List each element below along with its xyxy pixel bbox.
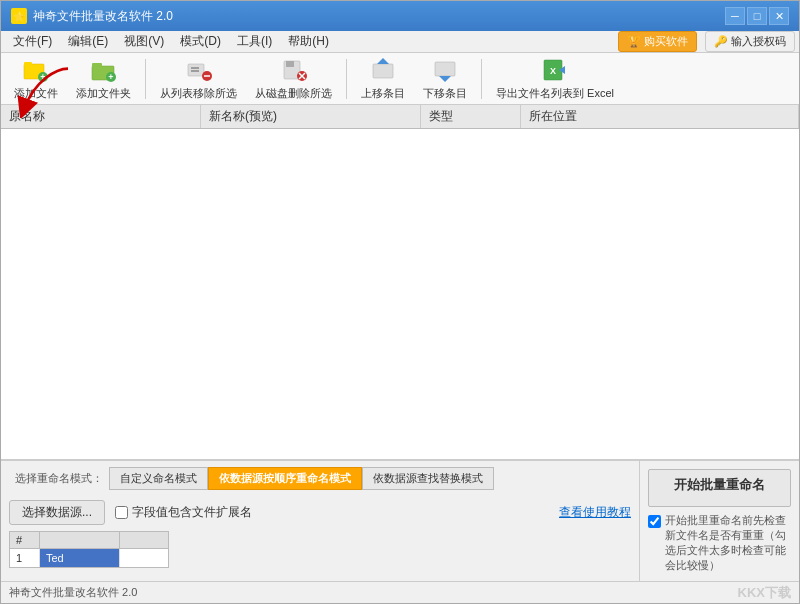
add-folder-button[interactable]: + 添加文件夹 bbox=[69, 52, 138, 105]
remove-list-button[interactable]: 从列表移除所选 bbox=[153, 52, 244, 105]
remove-list-icon bbox=[185, 56, 213, 84]
tab-datasource-order[interactable]: 依数据源按顺序重命名模式 bbox=[208, 467, 362, 490]
svg-rect-5 bbox=[92, 63, 102, 68]
move-down-icon bbox=[431, 56, 459, 84]
svg-text:X: X bbox=[550, 66, 556, 76]
trophy-icon: 🏆 bbox=[627, 35, 641, 48]
tutorial-link[interactable]: 查看使用教程 bbox=[559, 504, 631, 521]
delete-disk-label: 从磁盘删除所选 bbox=[255, 86, 332, 101]
toolbar-sep-1 bbox=[145, 59, 146, 99]
move-down-button[interactable]: 下移条目 bbox=[416, 52, 474, 105]
maximize-button[interactable]: □ bbox=[747, 7, 767, 25]
move-down-label: 下移条目 bbox=[423, 86, 467, 101]
window-controls: ─ □ ✕ bbox=[725, 7, 789, 25]
menu-file[interactable]: 文件(F) bbox=[5, 31, 60, 52]
data-cell-val-1: Ted bbox=[40, 549, 120, 567]
data-cell-num-1: 1 bbox=[10, 549, 40, 567]
add-folder-label: 添加文件夹 bbox=[76, 86, 131, 101]
data-table-header: # bbox=[10, 532, 168, 549]
svg-rect-18 bbox=[373, 64, 393, 78]
delete-disk-icon bbox=[280, 56, 308, 84]
menu-view[interactable]: 视图(V) bbox=[116, 31, 172, 52]
enter-code-button[interactable]: 🔑 输入授权码 bbox=[705, 31, 795, 52]
app-icon: ⭐ bbox=[11, 8, 27, 24]
batch-rename-desc: 开始批里重命名前先检查新文件名是否有重重（勾选后文件太多时检查可能会比较慢） bbox=[665, 513, 791, 573]
col-header-new-name: 新名称(预览) bbox=[201, 105, 421, 128]
add-file-button[interactable]: + 添加文件 bbox=[7, 52, 65, 105]
export-excel-icon: X bbox=[541, 56, 569, 84]
menu-right-actions: 🏆 购买软件 🔑 输入授权码 bbox=[618, 31, 795, 52]
main-window: ⭐ 神奇文件批量改名软件 2.0 ─ □ ✕ 文件(F) 编辑(E) 视图(V)… bbox=[0, 0, 800, 604]
add-file-label: 添加文件 bbox=[14, 86, 58, 101]
watermark-text: KKX下载 bbox=[738, 584, 791, 602]
menu-help[interactable]: 帮助(H) bbox=[280, 31, 337, 52]
svg-rect-14 bbox=[286, 61, 294, 67]
check-duplicate-checkbox[interactable] bbox=[648, 515, 661, 528]
data-col-val bbox=[40, 532, 120, 548]
col-header-type: 类型 bbox=[421, 105, 521, 128]
title-bar-left: ⭐ 神奇文件批量改名软件 2.0 bbox=[11, 8, 173, 25]
batch-rename-box: 开始批量重命名 bbox=[648, 469, 791, 507]
minimize-button[interactable]: ─ bbox=[725, 7, 745, 25]
svg-text:+: + bbox=[40, 72, 45, 82]
window-title: 神奇文件批量改名软件 2.0 bbox=[33, 8, 173, 25]
svg-text:+: + bbox=[108, 72, 113, 82]
tab-custom-naming[interactable]: 自定义命名模式 bbox=[109, 467, 208, 490]
batch-rename-desc-row: 开始批里重命名前先检查新文件名是否有重重（勾选后文件太多时检查可能会比较慢） bbox=[648, 513, 791, 573]
svg-marker-19 bbox=[377, 58, 389, 64]
toolbar-sep-2 bbox=[346, 59, 347, 99]
col-header-orig: 原名称 bbox=[1, 105, 201, 128]
main-content: 原名称 新名称(预览) 类型 所在位置 选择重命名模式： 自定义命名模式 依数据… bbox=[1, 105, 799, 581]
move-up-button[interactable]: 上移条目 bbox=[354, 52, 412, 105]
svg-rect-20 bbox=[435, 62, 455, 76]
data-table-row-1: 1 Ted bbox=[10, 549, 168, 567]
export-excel-label: 导出文件名列表到 Excel bbox=[496, 86, 614, 101]
status-text: 神奇文件批量改名软件 2.0 bbox=[9, 585, 137, 600]
checkbox-extension-row: 字段值包含文件扩展名 bbox=[115, 504, 252, 521]
buy-software-button[interactable]: 🏆 购买软件 bbox=[618, 31, 697, 52]
extension-checkbox[interactable] bbox=[115, 506, 128, 519]
select-source-button[interactable]: 选择数据源... bbox=[9, 500, 105, 525]
close-button[interactable]: ✕ bbox=[769, 7, 789, 25]
menu-tools[interactable]: 工具(I) bbox=[229, 31, 280, 52]
status-bar: 神奇文件批量改名软件 2.0 KKX下载 bbox=[1, 581, 799, 603]
rename-panel: 选择重命名模式： 自定义命名模式 依数据源按顺序重命名模式 依数据源查找替换模式… bbox=[1, 461, 639, 581]
toolbar-sep-3 bbox=[481, 59, 482, 99]
export-excel-button[interactable]: X 导出文件名列表到 Excel bbox=[489, 52, 621, 105]
delete-disk-button[interactable]: 从磁盘删除所选 bbox=[248, 52, 339, 105]
tab-datasource-replace[interactable]: 依数据源查找替换模式 bbox=[362, 467, 494, 490]
data-col-num: # bbox=[10, 532, 40, 548]
menu-bar: 文件(F) 编辑(E) 视图(V) 模式(D) 工具(I) 帮助(H) 🏆 购买… bbox=[1, 31, 799, 53]
col-header-location: 所在位置 bbox=[521, 105, 799, 128]
mode-tabs: 选择重命名模式： 自定义命名模式 依数据源按顺序重命名模式 依数据源查找替换模式 bbox=[9, 467, 631, 490]
file-table: 原名称 新名称(预览) 类型 所在位置 bbox=[1, 105, 799, 460]
menu-edit[interactable]: 编辑(E) bbox=[60, 31, 116, 52]
extension-checkbox-label: 字段值包含文件扩展名 bbox=[132, 504, 252, 521]
right-panel: 开始批量重命名 开始批里重命名前先检查新文件名是否有重重（勾选后文件太多时检查可… bbox=[639, 461, 799, 581]
svg-rect-8 bbox=[188, 64, 204, 76]
svg-rect-1 bbox=[24, 62, 32, 66]
title-bar: ⭐ 神奇文件批量改名软件 2.0 ─ □ ✕ bbox=[1, 1, 799, 31]
table-header: 原名称 新名称(预览) 类型 所在位置 bbox=[1, 105, 799, 129]
datasource-row: 选择数据源... 字段值包含文件扩展名 查看使用教程 bbox=[9, 500, 631, 525]
move-up-label: 上移条目 bbox=[361, 86, 405, 101]
add-folder-icon: + bbox=[90, 56, 118, 84]
mode-tabs-label: 选择重命名模式： bbox=[9, 468, 109, 489]
enter-code-label: 输入授权码 bbox=[731, 34, 786, 49]
remove-list-label: 从列表移除所选 bbox=[160, 86, 237, 101]
add-file-icon: + bbox=[22, 56, 50, 84]
svg-marker-21 bbox=[439, 76, 451, 82]
menu-mode[interactable]: 模式(D) bbox=[172, 31, 229, 52]
batch-rename-title: 开始批量重命名 bbox=[657, 476, 782, 494]
data-cell-text-1: Ted bbox=[46, 552, 64, 564]
buy-software-label: 购买软件 bbox=[644, 34, 688, 49]
bottom-panel: 选择重命名模式： 自定义命名模式 依数据源按顺序重命名模式 依数据源查找替换模式… bbox=[1, 460, 799, 581]
key-icon: 🔑 bbox=[714, 35, 728, 48]
toolbar: + 添加文件 + 添加文件夹 bbox=[1, 53, 799, 105]
table-body bbox=[1, 129, 799, 459]
data-preview-table: # 1 Ted bbox=[9, 531, 169, 568]
move-up-icon bbox=[369, 56, 397, 84]
